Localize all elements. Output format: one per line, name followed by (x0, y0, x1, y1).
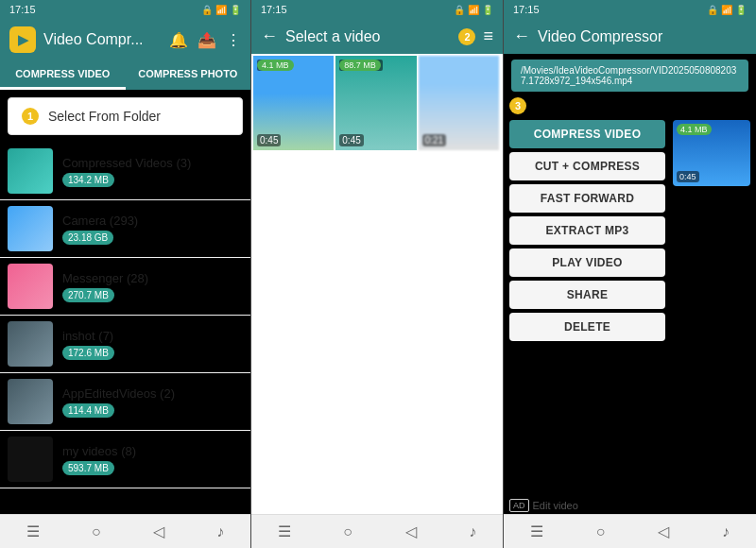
panel-3: 17:15 🔒 📶 🔋 ← Video Compressor /Movies/I… (504, 0, 756, 548)
folder-thumbnail (8, 148, 53, 194)
action-btn-share[interactable]: SHARE (509, 281, 665, 309)
folder-name: inshot (7) (62, 329, 243, 343)
back-icon-3[interactable]: ◁ (658, 522, 669, 540)
status-icons-1: 🔒 📶 🔋 (201, 5, 241, 15)
folder-size: 114.4 MB (62, 403, 114, 418)
video-grid-item[interactable]: 0:21 (419, 56, 499, 150)
bottom-nav-1: ☰ ○ ◁ ♪ (0, 514, 250, 548)
folder-name: Compressed Videos (3) (62, 156, 243, 170)
folder-item[interactable]: my videos (8) 593.7 MB (0, 431, 250, 488)
folder-thumbnail (8, 437, 53, 482)
video-duration: 0:45 (257, 134, 281, 146)
panel3-title: Video Compressor (538, 28, 662, 45)
home-icon-3[interactable]: ○ (596, 523, 606, 540)
back-button-2[interactable]: ← (261, 26, 278, 46)
select-from-folder-btn[interactable]: 1 Select From Folder (8, 97, 243, 135)
share-icon[interactable]: 📤 (198, 31, 216, 49)
size-badge-3: 4.1 MB (677, 124, 712, 135)
folder-name: Messenger (28) (62, 271, 243, 285)
duration-3: 0:45 (677, 171, 699, 182)
video-duration: 0:45 (339, 134, 363, 146)
home-icon-2[interactable]: ○ (343, 523, 352, 540)
time-1: 17:15 (9, 4, 36, 15)
bottom-nav-2: ☰ ○ ◁ ♪ (251, 514, 503, 548)
app-icon: ▶ (9, 26, 36, 53)
music-icon-3[interactable]: ♪ (722, 523, 730, 540)
ad-text: Edit video (533, 500, 578, 511)
folder-thumbnail (8, 264, 53, 309)
folder-size: 23.18 GB (62, 231, 113, 245)
folder-name: AppEditedVideos (2) (62, 386, 243, 401)
badge-2: 2 (458, 28, 475, 45)
badge-3: 3 (509, 97, 526, 114)
back-button-3[interactable]: ← (513, 26, 530, 46)
video-preview-area: 4.1 MB 0:45 (671, 116, 756, 497)
status-bar-3: 17:15 🔒 📶 🔋 (504, 0, 756, 19)
more-icon[interactable]: ⋮ (226, 31, 241, 49)
panel-2: 17:15 🔒 📶 🔋 ← Select a video 2 ≡ Mar 144… (251, 0, 504, 548)
folder-thumbnail (8, 321, 53, 367)
action-btn-fast-forward[interactable]: FAST FORWARD (509, 184, 665, 213)
app-header-1: ▶ Video Compr... 🔔 📤 ⋮ (0, 19, 250, 60)
panel-1: 17:15 🔒 📶 🔋 ▶ Video Compr... 🔔 📤 ⋮ COMPR… (0, 0, 251, 548)
folder-size: 593.7 MB (62, 461, 114, 475)
folder-item[interactable]: inshot (7) 172.6 MB (0, 316, 250, 373)
video-size: 4.1 MB (257, 60, 294, 71)
menu-icon-2[interactable]: ☰ (278, 522, 291, 540)
back-icon-2[interactable]: ◁ (405, 522, 417, 540)
folder-item[interactable]: Messenger (28) 270.7 MB (0, 258, 250, 316)
menu-icon-3[interactable]: ☰ (530, 522, 543, 540)
video-grid-item[interactable]: 3/16/202588.7 MB0:45 (335, 56, 416, 150)
folder-list: Compressed Videos (3) 134.2 MB Camera (2… (0, 143, 250, 514)
folder-name: Camera (293) (62, 214, 243, 228)
folder-size: 134.2 MB (62, 173, 114, 187)
filter-icon[interactable]: ≡ (483, 26, 493, 46)
tab-compress-video[interactable]: COMPRESS VIDEO (0, 60, 126, 90)
folder-thumbnail (8, 379, 53, 424)
notification-icon[interactable]: 🔔 (169, 31, 188, 49)
status-icons-2: 🔒 📶 🔋 (454, 5, 493, 15)
folder-size: 270.7 MB (62, 288, 114, 302)
status-icons-3: 🔒 📶 🔋 (707, 5, 747, 15)
video-grid-item[interactable]: Mar 144.1 MB0:45 (253, 56, 334, 150)
music-icon-2[interactable]: ♪ (469, 523, 476, 540)
ad-label: AD (509, 499, 529, 512)
action-btn-extract-mp3[interactable]: EXTRACT MP3 (509, 216, 665, 245)
status-bar-1: 17:15 🔒 📶 🔋 (0, 0, 250, 19)
select-folder-label: Select From Folder (48, 109, 161, 124)
tabs-bar: COMPRESS VIDEO COMPRESS PHOTO (0, 60, 250, 90)
file-path: /Movies/IdeaVideoCompressor/VID202505080… (511, 60, 748, 92)
ad-row: AD Edit video (504, 497, 756, 514)
tab-compress-photo[interactable]: COMPRESS PHOTO (126, 60, 251, 90)
menu-icon-1[interactable]: ☰ (26, 522, 40, 540)
video-duration: 0:21 (422, 134, 446, 146)
status-bar-2: 17:15 🔒 📶 🔋 (251, 0, 503, 19)
folder-item[interactable]: AppEditedVideos (2) 114.4 MB (0, 373, 250, 431)
action-buttons: COMPRESS VIDEOCUT + COMPRESSFAST FORWARD… (504, 116, 671, 497)
header-actions: 🔔 📤 ⋮ (169, 31, 241, 49)
video-thumbnail-3: 4.1 MB 0:45 (673, 120, 750, 186)
time-3: 17:15 (513, 4, 540, 15)
folder-size: 172.6 MB (62, 346, 114, 360)
app-title: Video Compr... (43, 31, 162, 48)
panel3-content: COMPRESS VIDEOCUT + COMPRESSFAST FORWARD… (504, 116, 756, 497)
action-btn-delete[interactable]: DELETE (509, 313, 665, 341)
video-grid: Mar 144.1 MB0:453/16/202588.7 MB0:450:21 (251, 54, 503, 514)
home-icon-1[interactable]: ○ (92, 523, 101, 540)
panel2-title: Select a video (285, 28, 447, 45)
badge-1: 1 (22, 108, 39, 125)
app-header-2: ← Select a video 2 ≡ (251, 19, 503, 54)
action-btn-compress-video[interactable]: COMPRESS VIDEO (509, 120, 665, 148)
folder-item[interactable]: Compressed Videos (3) 134.2 MB (0, 143, 250, 200)
time-2: 17:15 (261, 4, 287, 15)
video-size: 88.7 MB (339, 60, 381, 71)
app-header-3: ← Video Compressor (504, 19, 756, 54)
action-btn-cut-+-compress[interactable]: CUT + COMPRESS (509, 152, 665, 180)
action-btn-play-video[interactable]: PLAY VIDEO (509, 248, 665, 277)
back-icon-1[interactable]: ◁ (153, 522, 164, 540)
folder-item[interactable]: Camera (293) 23.18 GB (0, 200, 250, 258)
folder-name: my videos (8) (62, 444, 243, 458)
music-icon-1[interactable]: ♪ (216, 523, 224, 540)
folder-thumbnail (8, 206, 53, 251)
bottom-nav-3: ☰ ○ ◁ ♪ (504, 514, 756, 548)
